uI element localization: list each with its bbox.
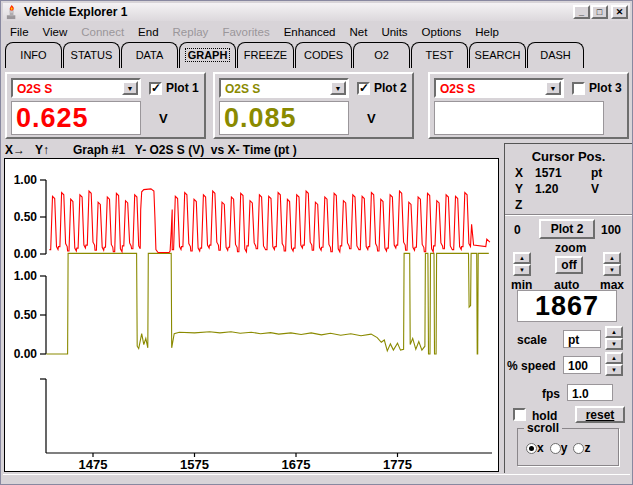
cursor-x-row: X 1571 pt <box>505 166 632 181</box>
scroll-radio-z[interactable]: z <box>573 441 590 455</box>
plot2-signal-label: O2S S <box>225 82 260 96</box>
x-tick-label: 1775 <box>383 457 412 471</box>
cursor-x-unit: pt <box>591 166 602 180</box>
speed-value: 100 <box>563 356 601 374</box>
tab-search[interactable]: SEARCH <box>469 42 526 68</box>
menu-item-units[interactable]: Units <box>374 24 414 40</box>
plot-select-button[interactable]: Plot 2 <box>539 219 595 239</box>
plot1-tick-label: 0.00 <box>14 247 38 261</box>
plot2-checkbox[interactable]: ✓ <box>357 82 370 95</box>
plot3-signal-select[interactable]: O2S S ▼ <box>434 78 564 98</box>
scale-spin-up-icon[interactable]: ▲ <box>605 326 623 338</box>
hold-checkbox[interactable]: ✓ <box>513 408 526 421</box>
fps-value: 1.0 <box>567 384 613 401</box>
graph-plot-area[interactable]: 1.000.500.001.000.500.001475157516751775 <box>4 158 499 472</box>
fps-label: fps <box>542 387 560 401</box>
menu-item-options[interactable]: Options <box>415 24 469 40</box>
plot2-trace <box>46 253 489 354</box>
plot3-signal-label: O2S S <box>440 82 475 96</box>
menu-item-file[interactable]: File <box>3 24 36 40</box>
menu-item-enhanced[interactable]: Enhanced <box>277 24 343 40</box>
menu-item-end[interactable]: End <box>131 24 165 40</box>
plot1-panel: O2S S ▼ ✓ Plot 1 0.625 V <box>5 72 206 139</box>
reset-button[interactable]: reset <box>575 406 625 423</box>
tab-label: GRAPH <box>186 49 230 61</box>
radio-icon <box>573 443 584 454</box>
plot2-value: 0.085 <box>219 101 349 135</box>
radio-icon <box>526 443 537 454</box>
scroll-group: scroll xyz <box>517 428 619 466</box>
max-spinner: ▲ ▼ <box>603 252 621 276</box>
tab-info[interactable]: INFO <box>5 42 62 68</box>
cursor-y-label: Y <box>515 182 523 196</box>
menu-item-view[interactable]: View <box>36 24 75 40</box>
chart-svg: 1.000.500.001.000.500.001475157516751775 <box>5 159 498 471</box>
chevron-down-icon[interactable]: ▼ <box>545 81 561 95</box>
menu-item-replay: Replay <box>166 24 216 40</box>
graph-header: X→ Y↑ Graph #1 Y- O2S S (V) vs X- Time (… <box>5 143 499 158</box>
tab-o2[interactable]: O2 <box>353 42 410 68</box>
divider <box>505 214 632 216</box>
x-axis-glyph: X→ <box>5 143 25 158</box>
tab-row: INFOSTATUSDATAGRAPHFREEZECODESO2TESTSEAR… <box>5 42 630 68</box>
x-tick-label: 1575 <box>180 457 209 471</box>
plot2-unit: V <box>367 111 376 126</box>
tab-test[interactable]: TEST <box>411 42 468 68</box>
plot2-tick-label: 0.50 <box>14 308 38 322</box>
range-max-label: 100 <box>601 223 621 237</box>
x-tick-label: 1475 <box>79 457 108 471</box>
min-spin-up-icon[interactable]: ▲ <box>513 252 531 264</box>
plot1-trace <box>49 189 490 253</box>
zoom-off-button[interactable]: off <box>555 256 583 274</box>
tab-label: SEARCH <box>475 49 521 61</box>
menu-item-net[interactable]: Net <box>342 24 374 40</box>
speed-label: % speed <box>507 359 556 373</box>
plot3-checkbox-label: Plot 3 <box>589 81 622 95</box>
tab-label: STATUS <box>71 49 113 61</box>
plot1-signal-label: O2S S <box>17 82 52 96</box>
scroll-group-label: scroll <box>524 421 562 435</box>
plot2-tick-label: 0.00 <box>14 347 38 361</box>
app-icon <box>5 5 20 20</box>
plot1-signal-select[interactable]: O2S S ▼ <box>11 78 141 98</box>
cursor-y-row: Y 1.20 V <box>505 182 632 197</box>
cursor-control-panel: Cursor Pos. X 1571 pt Y 1.20 V Z 0 Plot … <box>504 143 632 473</box>
window-title: Vehicle Explorer 1 <box>24 5 572 19</box>
tab-freeze[interactable]: FREEZE <box>237 42 294 68</box>
cursor-x-value: 1571 <box>535 166 562 180</box>
maximize-button[interactable]: □ <box>591 5 608 19</box>
min-spin-down-icon[interactable]: ▼ <box>513 264 531 276</box>
speed-spin-up-icon[interactable]: ▲ <box>605 352 623 364</box>
speed-spin-down-icon[interactable]: ▼ <box>605 364 623 376</box>
cursor-pos-title: Cursor Pos. <box>505 149 632 164</box>
plot3-checkbox[interactable]: ✓ <box>572 82 585 95</box>
tab-dash[interactable]: DASH <box>527 42 584 68</box>
plot2-checkbox-label: Plot 2 <box>374 81 407 95</box>
max-spin-up-icon[interactable]: ▲ <box>603 252 621 264</box>
max-spin-down-icon[interactable]: ▼ <box>603 264 621 276</box>
menu-item-favorites: Favorites <box>215 24 276 40</box>
scale-spinner: ▲ ▼ <box>605 326 623 350</box>
tab-graph[interactable]: GRAPH <box>179 42 236 68</box>
plot1-value: 0.625 <box>11 101 141 135</box>
cursor-z-label: Z <box>515 198 522 212</box>
chevron-down-icon[interactable]: ▼ <box>122 81 138 95</box>
scroll-radio-y[interactable]: y <box>550 441 568 455</box>
point-counter: 1867 <box>517 290 617 322</box>
minimize-button[interactable]: _ <box>573 5 590 19</box>
tab-status[interactable]: STATUS <box>63 42 120 68</box>
tab-codes[interactable]: CODES <box>295 42 352 68</box>
scroll-radio-x[interactable]: x <box>526 441 544 455</box>
menu-item-help[interactable]: Help <box>468 24 506 40</box>
x-tick-label: 1675 <box>282 457 311 471</box>
scale-spin-down-icon[interactable]: ▼ <box>605 338 623 350</box>
chevron-down-icon[interactable]: ▼ <box>330 81 346 95</box>
close-button[interactable]: ✕ <box>611 5 628 19</box>
tab-label: INFO <box>20 49 46 61</box>
tab-label: DATA <box>136 49 164 61</box>
plot1-checkbox[interactable]: ✓ <box>149 82 162 95</box>
plot2-signal-select[interactable]: O2S S ▼ <box>219 78 349 98</box>
menu-item-connect: Connect <box>74 24 131 40</box>
tab-data[interactable]: DATA <box>121 42 178 68</box>
plot1-tick-label: 0.50 <box>14 210 38 224</box>
